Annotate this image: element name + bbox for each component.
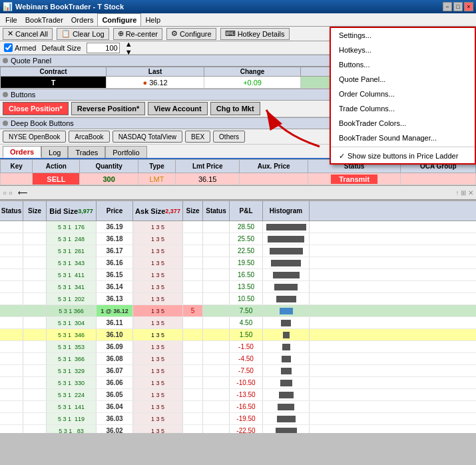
order-status[interactable]: Transmit xyxy=(308,173,400,185)
ladder-row[interactable]: 5 3 1 224 36.05 1 3 5 -13.50 xyxy=(0,389,476,401)
reverse-position-button[interactable]: Reverse Position* xyxy=(71,102,146,115)
titlebar-title: Webinars BookTrader - T Stock xyxy=(15,3,124,11)
chg-to-mkt-button[interactable]: Chg to Mkt xyxy=(210,102,260,115)
view-account-button[interactable]: View Account xyxy=(148,102,208,115)
maximize-button[interactable]: □ xyxy=(453,2,463,11)
lr-pl: 28.50 xyxy=(230,221,263,232)
ladder-row[interactable]: 5 3 1 202 36.13 1 3 5 10.50 xyxy=(0,293,476,305)
section-dot-3 xyxy=(3,121,8,126)
ladder-row[interactable]: 5 3 1 304 36.11 1 3 5 4.50 xyxy=(0,317,476,329)
menu-configure[interactable]: Configure xyxy=(97,13,141,26)
order-lmt-price: 36.15 xyxy=(175,173,240,185)
dropdown-trade-columns[interactable]: Trade Columns... xyxy=(331,101,475,116)
configure-button[interactable]: ⚙ Configure xyxy=(166,28,216,40)
ladder-row[interactable]: 5 3 1 330 36.06 1 3 5 -10.50 xyxy=(0,377,476,389)
clear-log-button[interactable]: 📋 Clear Log xyxy=(57,28,109,40)
orders-col-type: Type xyxy=(138,160,176,173)
dropdown-booktrader-colors[interactable]: BookTrader Colors... xyxy=(331,116,475,131)
col-last: Last xyxy=(107,67,204,77)
lr-size2 xyxy=(183,221,203,232)
armed-checkbox-label[interactable]: Armed xyxy=(4,43,36,52)
menu-booktrader[interactable]: BookTrader xyxy=(21,13,67,26)
nyse-openbook-button[interactable]: NYSE OpenBook xyxy=(3,131,66,143)
ladder-row-current[interactable]: 5 3 1 366 1 @ 36.12 1 3 5 5 7.50 xyxy=(0,305,476,317)
app-icon: 📊 xyxy=(3,2,13,11)
order-key xyxy=(1,173,33,185)
recenter-button[interactable]: ⊕ Re-center xyxy=(113,28,162,40)
order-action: SELL xyxy=(33,173,80,185)
order-aux-price xyxy=(240,173,308,185)
lh-status: Status xyxy=(0,201,23,221)
lr-price: 36.19 xyxy=(97,221,133,232)
dropdown-quote-panel[interactable]: Quote Panel... xyxy=(331,72,475,87)
qty-spinner[interactable]: ▲▼ xyxy=(125,40,132,56)
ladder-row[interactable]: 5 3 1 343 36.16 1 3 5 19.50 xyxy=(0,257,476,269)
col-change: Change xyxy=(204,67,301,77)
lr-hist xyxy=(263,221,310,232)
orders-col-lmt-price: Lmt Price xyxy=(175,160,240,173)
section-dot xyxy=(3,58,8,63)
price-ladder[interactable]: Status Size Bid Size 3,977 Price Ask Siz… xyxy=(0,200,476,433)
lh-size: Size xyxy=(23,201,47,221)
ladder-row[interactable]: 5 3 1 341 36.14 1 3 5 13.50 xyxy=(0,281,476,293)
close-button[interactable]: × xyxy=(464,2,473,11)
lr-size xyxy=(23,221,47,232)
quantity-input[interactable] xyxy=(87,43,120,53)
ladder-row[interactable]: 5 3 1 119 36.03 1 3 5 -19.50 xyxy=(0,413,476,425)
ladder-row[interactable]: 5 3 1 411 36.15 1 3 5 16.50 xyxy=(0,269,476,281)
ladder-row[interactable]: 5 3 1 261 36.17 1 3 5 22.50 xyxy=(0,245,476,257)
menu-file[interactable]: File xyxy=(1,13,21,26)
tab-trades[interactable]: Trades xyxy=(68,146,105,158)
ladder-row[interactable]: 5 3 1 83 36.02 1 3 5 -22.50 xyxy=(0,425,476,433)
lh-price: Price xyxy=(97,201,133,221)
orders-col-quantity: Quantity xyxy=(80,160,138,173)
quote-contract: T xyxy=(1,77,107,89)
dropdown-separator xyxy=(331,147,475,147)
lh-bid-size: Bid Size 3,977 xyxy=(47,201,97,221)
ladder-row[interactable]: 5 3 1 353 36.09 1 3 5 -1.50 xyxy=(0,341,476,353)
dropdown-hotkeys[interactable]: Hotkeys... xyxy=(331,43,475,57)
ladder-row[interactable]: 5 3 1 176 36.19 1 3 5 28.50 xyxy=(0,221,476,233)
tab-log[interactable]: Log xyxy=(41,146,68,158)
armed-checkbox[interactable] xyxy=(4,43,13,52)
arcabook-button[interactable]: ArcaBook xyxy=(69,131,109,143)
table-row: SELL 300 LMT 36.15 Transmit xyxy=(1,173,476,185)
others-button[interactable]: Others xyxy=(213,131,245,143)
ladder-row[interactable]: 5 3 1 248 36.18 1 3 5 25.50 xyxy=(0,233,476,245)
lh-size2: Size xyxy=(183,201,203,221)
lh-status2: Status xyxy=(203,201,230,221)
ladder-header: Status Size Bid Size 3,977 Price Ask Siz… xyxy=(0,201,476,221)
ladder-row[interactable]: 5 3 1 329 36.07 1 3 5 -7.50 xyxy=(0,365,476,377)
dropdown-order-columns[interactable]: Order Columns... xyxy=(331,87,475,101)
order-oca xyxy=(401,173,476,185)
hotkey-icon: ⌨ xyxy=(225,29,236,38)
menu-help[interactable]: Help xyxy=(141,13,164,26)
nasdaq-totalview-button[interactable]: NASDAQ TotalView xyxy=(113,131,182,143)
bex-button[interactable]: BEX xyxy=(185,131,210,143)
order-quantity: 300 xyxy=(80,173,138,185)
dropdown-show-size-buttons[interactable]: Show size buttons in Price Ladder xyxy=(331,149,475,163)
tab-orders[interactable]: Orders xyxy=(3,146,41,158)
minimize-button[interactable]: − xyxy=(443,2,452,11)
log-icon: 📋 xyxy=(61,29,71,38)
titlebar: 📊 Webinars BookTrader - T Stock − □ × xyxy=(0,0,476,13)
tab-portfolio[interactable]: Portfolio xyxy=(105,146,146,158)
dropdown-buttons[interactable]: Buttons... xyxy=(331,57,475,72)
close-position-button[interactable]: Close Position* xyxy=(3,102,69,115)
orders-col-action: Action xyxy=(33,160,80,173)
col-contract: Contract xyxy=(1,67,107,77)
recenter-icon: ⊕ xyxy=(118,29,124,38)
hotkey-details-button[interactable]: ⌨ Hotkey Details xyxy=(220,28,290,40)
lh-ask-size: Ask Size 2,377 xyxy=(133,201,183,221)
transmit-button[interactable]: Transmit xyxy=(331,175,377,184)
lr-status2 xyxy=(203,221,230,232)
cancel-icon: ✕ xyxy=(7,29,13,38)
ladder-row[interactable]: 5 3 1 346 36.10 1 3 5 1.50 xyxy=(0,329,476,341)
cancel-all-button[interactable]: ✕ Cancel All xyxy=(3,28,53,40)
ladder-row[interactable]: 5 3 1 366 36.08 1 3 5 -4.50 xyxy=(0,353,476,365)
menu-orders[interactable]: Orders xyxy=(67,13,98,26)
dropdown-settings[interactable]: Settings... xyxy=(331,28,475,43)
dropdown-sound-manager[interactable]: BookTrader Sound Manager... xyxy=(331,131,475,145)
lh-pl: P&L xyxy=(230,201,263,221)
ladder-row[interactable]: 5 3 1 141 36.04 1 3 5 -16.50 xyxy=(0,401,476,413)
